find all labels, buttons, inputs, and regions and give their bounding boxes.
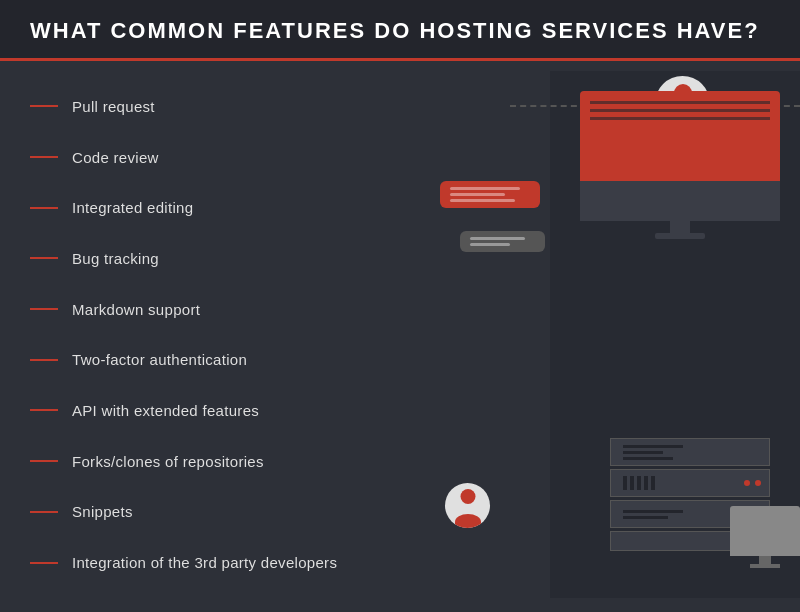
avatar-bottom (445, 483, 490, 528)
monitor-base (655, 233, 705, 239)
server-bar-3 (637, 476, 641, 490)
list-dash-pull-request (30, 105, 58, 107)
main-content: Pull requestCode reviewIntegrated editin… (0, 61, 800, 608)
server-bar-2 (630, 476, 634, 490)
header: WHAT COMMON FEATURES DO HOSTING SERVICES… (0, 0, 800, 61)
list-label-two-factor-auth: Two-factor authentication (72, 351, 247, 368)
monitor-line-1 (590, 101, 770, 104)
monitor-line-2 (590, 109, 770, 112)
list-label-snippets: Snippets (72, 503, 133, 520)
server-bars (623, 476, 655, 490)
server-bar-5 (651, 476, 655, 490)
bubble-line-5 (470, 243, 510, 246)
monitor-screen-dark (580, 181, 780, 221)
list-item-snippets: Snippets (30, 499, 410, 524)
list-item-two-factor-auth: Two-factor authentication (30, 347, 410, 372)
small-screen (730, 506, 800, 556)
list-item-integrated-editing: Integrated editing (30, 195, 410, 220)
list-item-pull-request: Pull request (30, 94, 410, 119)
features-list: Pull requestCode reviewIntegrated editin… (0, 61, 430, 608)
server-unit-1 (610, 438, 770, 466)
small-monitor (730, 506, 800, 568)
list-dash-api-extended (30, 409, 58, 411)
server-led-1 (744, 480, 750, 486)
bubble-line-2 (450, 193, 505, 196)
avatar-circle-bottom (445, 483, 490, 528)
list-label-forks-clones: Forks/clones of repositories (72, 453, 264, 470)
server-lines-2 (623, 510, 683, 519)
small-stand (759, 556, 771, 564)
server-bar-4 (644, 476, 648, 490)
bubble-dark (460, 231, 545, 252)
bubble-line-3 (450, 199, 515, 202)
server-lines-1 (623, 445, 683, 460)
illustration (430, 61, 800, 608)
server-line-h-3 (623, 457, 673, 460)
list-item-api-extended: API with extended features (30, 398, 410, 423)
page-container: WHAT COMMON FEATURES DO HOSTING SERVICES… (0, 0, 800, 612)
list-item-forks-clones: Forks/clones of repositories (30, 449, 410, 474)
monitor (580, 91, 780, 241)
list-dash-two-factor-auth (30, 359, 58, 361)
bubble-line-1 (450, 187, 520, 190)
list-label-integration-3rd-party: Integration of the 3rd party developers (72, 554, 337, 571)
server-unit-2 (610, 469, 770, 497)
list-item-code-review: Code review (30, 145, 410, 170)
monitor-lines (590, 101, 770, 125)
server-line-h-5 (623, 516, 668, 519)
list-dash-snippets (30, 511, 58, 513)
illus-container (430, 61, 800, 608)
list-label-api-extended: API with extended features (72, 402, 259, 419)
server-line-h-1 (623, 445, 683, 448)
page-title: WHAT COMMON FEATURES DO HOSTING SERVICES… (30, 18, 770, 44)
list-dash-forks-clones (30, 460, 58, 462)
monitor-stand (670, 221, 690, 233)
monitor-screen (580, 91, 780, 221)
server-bar-1 (623, 476, 627, 490)
list-label-pull-request: Pull request (72, 98, 155, 115)
list-label-code-review: Code review (72, 149, 159, 166)
bubble-red (440, 181, 540, 208)
monitor-line-3 (590, 117, 770, 120)
list-item-integration-3rd-party: Integration of the 3rd party developers (30, 550, 410, 575)
list-dash-code-review (30, 156, 58, 158)
small-base (750, 564, 780, 568)
list-dash-bug-tracking (30, 257, 58, 259)
list-dash-integration-3rd-party (30, 562, 58, 564)
server-led-2 (755, 480, 761, 486)
list-dash-markdown-support (30, 308, 58, 310)
list-label-integrated-editing: Integrated editing (72, 199, 193, 216)
list-label-bug-tracking: Bug tracking (72, 250, 159, 267)
list-dash-integrated-editing (30, 207, 58, 209)
list-item-markdown-support: Markdown support (30, 297, 410, 322)
server-line-h-4 (623, 510, 683, 513)
bubble-line-4 (470, 237, 525, 240)
list-label-markdown-support: Markdown support (72, 301, 200, 318)
list-item-bug-tracking: Bug tracking (30, 246, 410, 271)
server-line-h-2 (623, 451, 663, 454)
